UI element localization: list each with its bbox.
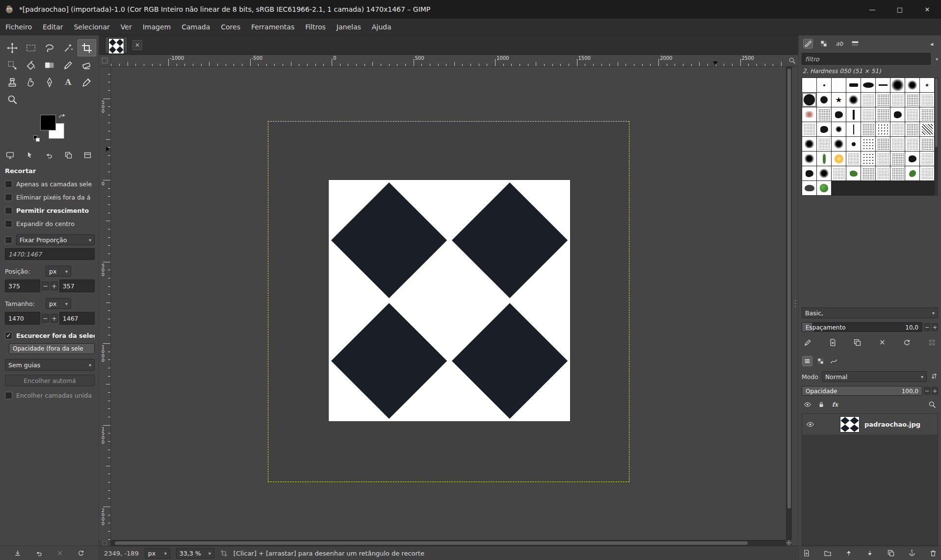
new-brush-icon[interactable] (829, 338, 837, 347)
search-layers-icon[interactable] (928, 401, 936, 408)
brush-item[interactable] (861, 122, 875, 136)
menu-janelas[interactable]: Janelas (331, 19, 366, 35)
delete-layer-icon[interactable] (929, 549, 937, 557)
highlight-opacity-slider[interactable]: Opacidade (fora da sele (9, 343, 95, 354)
tool-pencil[interactable] (59, 56, 78, 74)
brush-item[interactable] (905, 122, 919, 136)
brush-item[interactable] (905, 78, 919, 92)
brush-item[interactable] (876, 152, 890, 166)
delete-brush-icon[interactable]: × (878, 338, 887, 347)
brush-item[interactable] (802, 152, 816, 166)
foreground-color-swatch[interactable] (40, 115, 56, 130)
increase-button[interactable]: + (932, 387, 938, 395)
menu-ferramentas[interactable]: Ferramentas (246, 19, 300, 35)
image-content[interactable] (329, 180, 570, 421)
vertical-scrollbar-thumb[interactable] (787, 69, 791, 509)
fonts-tab-icon[interactable]: ab (835, 39, 844, 48)
crop-option-checkbox[interactable] (5, 220, 12, 228)
duplicate-brush-icon[interactable] (853, 338, 862, 347)
increase-button[interactable]: + (932, 323, 938, 331)
open-brush-grid-icon[interactable] (928, 338, 936, 347)
tool-smudge[interactable] (22, 74, 40, 91)
brush-item[interactable] (832, 152, 846, 166)
tool-rectangle-select[interactable] (22, 39, 40, 56)
brush-item[interactable] (817, 78, 831, 92)
brush-item[interactable] (876, 137, 890, 151)
menu-cores[interactable]: Cores (215, 19, 246, 35)
brush-tag-select[interactable]: Basic,▾ (802, 307, 938, 318)
brush-item[interactable] (876, 93, 890, 107)
menu-editar[interactable]: Editar (37, 19, 68, 35)
brush-item[interactable] (846, 122, 861, 136)
menu-camada[interactable]: Camada (176, 19, 215, 35)
undo-icon[interactable] (45, 151, 53, 159)
panel-divider[interactable] (792, 67, 798, 540)
position-y-input[interactable]: 357 (59, 280, 95, 292)
brush-item[interactable] (802, 137, 816, 151)
visibility-icon[interactable] (804, 401, 811, 408)
zoom-region-corner[interactable] (786, 55, 798, 67)
position-unit-select[interactable]: px▾ (46, 266, 71, 277)
spacing-slider[interactable]: Espaçamento 10,0 (802, 322, 922, 332)
tool-zoom[interactable] (3, 91, 22, 108)
brush-item[interactable] (802, 166, 816, 180)
menu-ver[interactable]: Ver (115, 19, 137, 35)
brush-scrollbar[interactable] (935, 77, 938, 196)
brush-item[interactable] (890, 152, 905, 166)
brush-item[interactable] (890, 78, 905, 92)
brush-item[interactable] (920, 122, 934, 136)
brush-item[interactable] (861, 152, 875, 166)
close-button[interactable]: ✕ (914, 0, 941, 19)
brush-item[interactable] (802, 122, 816, 136)
auto-shrink-button[interactable]: Encolher automá (5, 375, 95, 386)
size-height-input[interactable]: 1467 (59, 312, 95, 325)
gradients-tab-icon[interactable] (851, 39, 860, 48)
brush-item[interactable] (817, 137, 831, 151)
brush-item[interactable] (846, 152, 861, 166)
brush-item[interactable] (861, 137, 875, 151)
layers-tab-icon[interactable] (803, 356, 812, 366)
image-tab[interactable] (105, 37, 128, 53)
mode-switch-icon[interactable] (930, 372, 938, 380)
brush-scrollbar-thumb[interactable] (935, 78, 938, 147)
brush-item[interactable] (890, 107, 905, 122)
brush-item[interactable] (846, 137, 861, 151)
fix-ratio-select[interactable]: Fixar Proporção▾ (16, 234, 95, 245)
brush-item[interactable] (905, 152, 919, 166)
ruler-corner[interactable] (99, 55, 111, 67)
brush-item[interactable] (861, 78, 875, 92)
tool-ink[interactable] (40, 74, 59, 91)
brushes-tab-icon[interactable] (804, 39, 812, 48)
brush-item[interactable] (890, 93, 905, 107)
tool-options-tab-icon[interactable] (6, 151, 14, 159)
brush-item[interactable] (920, 152, 934, 166)
collapse-dock-icon[interactable]: ◂ (927, 39, 936, 48)
horizontal-scrollbar[interactable] (111, 540, 786, 546)
duplicate-layer-icon[interactable] (887, 549, 895, 557)
brush-item[interactable] (905, 137, 919, 151)
brush-item[interactable] (832, 166, 846, 180)
minimize-button[interactable]: — (859, 0, 886, 19)
unit-select[interactable]: px▾ (145, 548, 170, 559)
brush-item[interactable] (832, 78, 846, 92)
default-colors-icon[interactable] (33, 135, 40, 142)
duplicate-icon[interactable] (64, 151, 73, 159)
brush-item[interactable] (817, 181, 831, 195)
tool-move[interactable] (3, 39, 22, 56)
refresh-brushes-icon[interactable] (903, 338, 911, 347)
brush-item[interactable] (802, 181, 816, 195)
tool-eraser[interactable] (78, 56, 96, 74)
horizontal-scrollbar-thumb[interactable] (115, 541, 748, 545)
brush-item[interactable] (817, 122, 831, 136)
shrink-merged-checkbox[interactable] (5, 392, 12, 399)
brush-item[interactable] (905, 93, 919, 107)
size-unit-select[interactable]: px▾ (46, 298, 71, 309)
brush-item[interactable] (802, 93, 816, 107)
tool-unified-transform[interactable] (3, 56, 22, 74)
decrease-button[interactable]: − (924, 387, 930, 395)
maximize-button[interactable]: □ (886, 0, 914, 19)
decrease-button[interactable]: − (42, 281, 49, 290)
tool-text[interactable]: A (59, 74, 78, 91)
layer-opacity-slider[interactable]: Opacidade 100,0 (802, 386, 922, 396)
save-preset-icon[interactable] (14, 549, 22, 557)
